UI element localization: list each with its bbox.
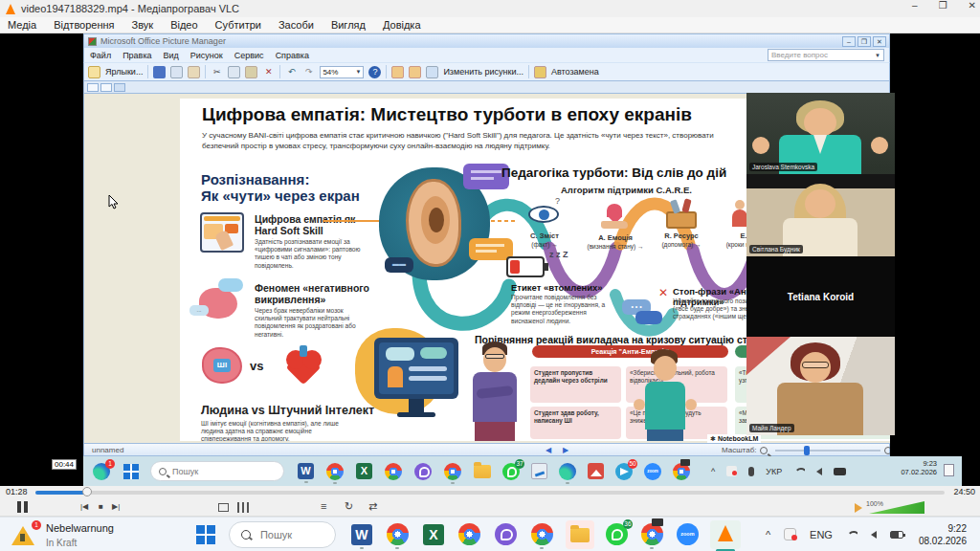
menu-help[interactable]: Довідка [383,19,421,31]
weather-widget-icon[interactable]: 1 [11,524,36,545]
rotate-left-icon[interactable] [391,66,404,78]
nav-prev-icon[interactable]: ◀ [546,446,551,454]
save-icon[interactable] [153,66,166,78]
pm-menu-picture[interactable]: Рисунок [190,51,223,60]
thumbnail-view-icon[interactable] [87,83,99,92]
pm-menu-service[interactable]: Сервис [234,51,264,60]
battery-icon[interactable] [890,531,903,539]
whatsapp-icon[interactable]: 37 [502,463,520,480]
mail-icon[interactable] [188,66,200,78]
autocorrect-button[interactable]: Автозамена [551,67,599,77]
copy-icon[interactable] [228,66,240,78]
edge-icon[interactable]: 1 [93,463,110,480]
close-button[interactable]: ✕ [969,0,976,11]
chrome-profile2-icon[interactable] [444,463,461,480]
minimize-button[interactable]: – [912,0,918,11]
help-icon[interactable]: ? [368,66,381,78]
participant-tile[interactable]: Tetiana Koroid [746,256,895,337]
menu-playback[interactable]: Відтворення [54,19,114,31]
pm-close-button[interactable]: ✕ [873,36,886,47]
chrome-profile2-icon[interactable] [531,523,553,545]
single-view-icon[interactable] [114,83,125,92]
hidden-icons-chevron[interactable]: ^ [766,529,770,540]
wifi-icon[interactable] [793,468,805,475]
pm-menu-help[interactable]: Справка [276,51,309,60]
language-indicator[interactable]: ENG [810,529,833,540]
speaker-icon[interactable] [871,531,877,539]
undo-icon[interactable]: ↶ [285,66,298,78]
pm-menu-edit[interactable]: Правка [122,51,151,60]
weather-widget-text[interactable]: Nebelwarnung In Kraft [46,520,114,549]
wifi-icon[interactable] [846,531,858,539]
nav-next-icon[interactable]: ▶ [563,446,568,454]
file-explorer-button[interactable] [566,520,594,549]
seek-handle[interactable] [82,487,92,496]
pm-menu-view[interactable]: Вид [164,51,179,60]
inner-clock[interactable]: 9:23 07.02.2026 [901,459,937,476]
chrome-meet-icon[interactable] [673,463,690,480]
pause-button[interactable] [24,501,28,513]
microphone-icon[interactable] [748,467,754,476]
volume-icon[interactable] [855,503,862,513]
shortcuts-icon[interactable] [88,66,100,78]
fullscreen-button[interactable] [218,503,229,512]
zoom-app-icon[interactable]: zoom [677,523,699,545]
hidden-icons-chevron[interactable]: ^ [711,467,715,476]
menu-audio[interactable]: Звук [132,19,154,31]
chrome-icon[interactable] [458,523,480,545]
menu-subtitles[interactable]: Субтитри [215,19,261,31]
participant-tile[interactable]: Jaroslava Stemkovska [746,93,895,174]
notification-center-icon[interactable] [944,464,954,476]
restore-button[interactable]: ❐ [939,0,947,11]
chrome-meet-icon[interactable] [641,523,663,545]
playlist-button[interactable]: ≡ [321,500,326,512]
delete-icon[interactable]: ✕ [262,66,275,78]
zoom-combobox[interactable]: 54% ▼ [320,66,364,78]
viber-icon[interactable] [414,463,432,480]
print-icon[interactable] [170,66,183,78]
participant-tile[interactable]: Майя Ландер [746,337,895,435]
camera-tray-icon[interactable] [834,468,846,475]
video-area[interactable]: Microsoft Office Picture Manager – ❐ ✕ Ф… [0,33,980,486]
menu-video[interactable]: Відео [170,19,197,31]
chrome-profile-icon[interactable] [326,463,344,480]
system-clock[interactable]: 9:22 08.02.2026 [919,522,967,547]
vlc-taskbar-button[interactable] [710,520,741,549]
loop-button[interactable]: ↻ [345,500,353,513]
chrome-profile-icon[interactable] [387,523,409,545]
start-button[interactable] [123,464,139,479]
file-explorer-icon[interactable] [474,465,491,478]
edit-pictures-button[interactable]: Изменить рисунки... [443,67,523,77]
zoom-slider-track[interactable] [775,450,880,452]
menu-media[interactable]: Медіа [8,19,36,31]
speaker-icon[interactable] [816,468,822,475]
menu-view[interactable]: Вигляд [331,19,366,31]
pm-minimize-button[interactable]: – [842,36,856,47]
rotate-right-icon[interactable] [409,66,421,78]
pm-restore-button[interactable]: ❐ [858,36,871,47]
telegram-icon[interactable]: 50 [615,463,633,480]
extended-settings-button[interactable] [237,502,249,513]
question-input[interactable]: Введите вопрос ▼ [768,49,884,61]
search-input[interactable]: Пошук [150,461,284,481]
sign-app-icon[interactable] [531,463,547,479]
recording-tray-icon[interactable] [784,528,796,540]
shuffle-button[interactable]: ⇄ [368,500,377,513]
chrome-icon[interactable] [385,463,402,480]
pm-menu-file[interactable]: Файл [90,51,111,60]
seek-bar[interactable] [35,491,945,495]
start-button[interactable] [196,525,215,544]
zoom-out-icon[interactable] [760,447,768,454]
cut-icon[interactable]: ✂ [211,66,223,78]
viber-icon[interactable] [495,523,517,545]
zoom-slider-thumb[interactable] [804,446,810,455]
taskbar-search-input[interactable]: Пошук [229,521,336,548]
participant-tile[interactable]: Світлана Будник [746,174,895,256]
menu-tools[interactable]: Засоби [278,19,314,31]
redo-icon[interactable]: ↷ [302,66,315,78]
stop-button[interactable]: ■ [99,502,103,511]
word-icon[interactable]: W [298,463,314,479]
photos-icon[interactable] [588,463,604,479]
previous-button[interactable]: |◀ [80,502,88,511]
shortcuts-button[interactable]: Ярлыки... [105,67,143,77]
